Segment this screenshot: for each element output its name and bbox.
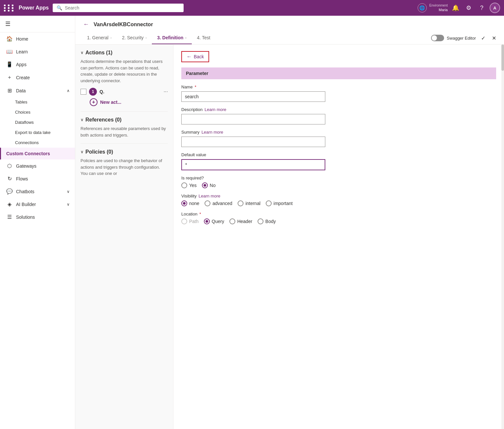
name-input[interactable] — [181, 91, 325, 102]
policies-chevron[interactable]: ∨ — [81, 150, 83, 154]
visibility-label: Visibility Learn more — [181, 194, 496, 198]
actions-title: Actions (1) — [85, 50, 113, 56]
summary-label: Summary Learn more — [181, 130, 496, 135]
avatar[interactable]: A — [490, 3, 500, 13]
visibility-none-label: none — [189, 201, 199, 206]
chatbots-icon: 💬 — [6, 188, 13, 195]
references-chevron[interactable]: ∨ — [81, 118, 83, 122]
visibility-important-radio[interactable] — [266, 200, 272, 206]
policies-section-header: ∨ Policies (0) — [81, 149, 168, 155]
new-action-button[interactable]: + New act... — [90, 98, 168, 106]
sidebar-item-chatbots[interactable]: 💬 Chatbots ∨ — [0, 185, 75, 198]
topbar-right: 🌐 Environment Maria 🔔 ⚙ ? A — [418, 3, 500, 13]
settings-icon[interactable]: ⚙ — [463, 3, 474, 13]
check-button[interactable]: ✓ — [480, 34, 487, 43]
sidebar-sub-tables[interactable]: Tables — [0, 97, 75, 107]
search-input[interactable] — [65, 5, 180, 10]
tab-definition-label: 3. Definition — [157, 35, 183, 40]
visibility-advanced-label: advanced — [212, 201, 232, 206]
sidebar-item-data[interactable]: ⊞ Data ∧ — [0, 84, 75, 97]
ai-builder-icon: ◈ — [6, 201, 13, 207]
name-required-star: * — [195, 84, 196, 89]
content-header: ← VanArsdelKBConnector 1. General › 2. S… — [75, 16, 504, 45]
actions-chevron[interactable]: ∨ — [81, 50, 83, 55]
sidebar-label-flows: Flows — [16, 176, 28, 181]
tab-definition[interactable]: 3. Definition › — [152, 32, 191, 44]
sidebar-item-apps[interactable]: 📱 Apps — [0, 58, 75, 71]
tab-security-label: 2. Security — [122, 35, 144, 40]
create-icon: ＋ — [6, 74, 13, 81]
visibility-internal-option[interactable]: internal — [238, 200, 261, 206]
location-body-radio[interactable] — [258, 218, 263, 224]
sidebar-item-learn[interactable]: 📖 Learn — [0, 45, 75, 58]
app-grid-icon[interactable] — [4, 5, 15, 11]
sidebar-item-solutions[interactable]: ☰ Solutions — [0, 211, 75, 223]
default-value-input[interactable] — [181, 159, 325, 170]
summary-learn-more[interactable]: Learn more — [202, 130, 223, 135]
sidebar-label-data: Data — [16, 88, 26, 93]
topbar: Power Apps 🔍 🌐 Environment Maria 🔔 ⚙ ? A — [0, 0, 504, 16]
required-yes-option[interactable]: Yes — [181, 182, 197, 188]
close-button[interactable]: ✕ — [491, 34, 497, 43]
sidebar-item-home[interactable]: 🏠 Home — [0, 32, 75, 45]
location-header-radio[interactable] — [229, 218, 235, 224]
action-checkbox[interactable] — [81, 89, 86, 95]
required-yes-radio[interactable] — [181, 182, 187, 188]
tab-general[interactable]: 1. General › — [82, 32, 117, 44]
sidebar-item-gateways[interactable]: ⬡ Gateways — [0, 159, 75, 172]
default-value-label: Default value — [181, 152, 496, 157]
summary-input[interactable] — [181, 137, 325, 147]
search-bar[interactable]: 🔍 — [53, 4, 184, 12]
sidebar-toggle[interactable]: ☰ — [0, 16, 75, 32]
visibility-none-option[interactable]: none — [181, 200, 199, 206]
param-header: Parameter — [181, 67, 496, 79]
location-group: Location * Path Query — [181, 212, 496, 224]
tab-security[interactable]: 2. Security › — [117, 32, 152, 44]
apps-icon: 📱 — [6, 61, 13, 67]
sidebar-sub-connections[interactable]: Connections — [0, 138, 75, 148]
visibility-important-label: important — [274, 201, 293, 206]
visibility-learn-more[interactable]: Learn more — [199, 194, 220, 198]
is-required-group: Is required? Yes No — [181, 176, 496, 188]
visibility-internal-radio[interactable] — [238, 200, 243, 206]
sidebar-sub-dataflows[interactable]: Dataflows — [0, 117, 75, 127]
help-icon[interactable]: ? — [477, 3, 487, 13]
left-panel: ∨ Actions (1) Actions determine the oper… — [75, 45, 173, 429]
sidebar-item-flows[interactable]: ↻ Flows — [0, 172, 75, 185]
action-label[interactable]: Q. — [99, 89, 104, 94]
policies-desc: Policies are used to change the behavior… — [81, 158, 168, 177]
notification-icon[interactable]: 🔔 — [450, 3, 461, 13]
visibility-advanced-option[interactable]: advanced — [205, 200, 232, 206]
globe-icon[interactable]: 🌐 — [418, 3, 427, 12]
header-back-button[interactable]: ← — [82, 20, 90, 29]
location-body-option[interactable]: Body — [258, 218, 276, 224]
brand-name: Power Apps — [19, 5, 49, 11]
sidebar-sub-export[interactable]: Export to data lake — [0, 127, 75, 138]
location-path-option[interactable]: Path — [181, 218, 199, 224]
location-query-option[interactable]: Query — [204, 218, 224, 224]
sidebar-item-create[interactable]: ＋ Create — [0, 71, 75, 84]
description-input[interactable] — [181, 114, 325, 124]
required-no-radio[interactable] — [202, 182, 208, 188]
sidebar-item-custom-connectors[interactable]: Custom Connectors — [0, 148, 75, 159]
description-learn-more[interactable]: Learn more — [205, 107, 226, 112]
visibility-radio-group: none advanced internal important — [181, 200, 496, 206]
location-query-radio[interactable] — [204, 218, 210, 224]
location-path-radio[interactable] — [181, 218, 187, 224]
sidebar-item-ai-builder[interactable]: ◈ AI Builder ∨ — [0, 198, 75, 211]
tab-test[interactable]: 4. Test — [192, 32, 216, 44]
scrollbar-thumb[interactable] — [501, 45, 504, 71]
visibility-advanced-radio[interactable] — [205, 200, 210, 206]
required-no-option[interactable]: No — [202, 182, 216, 188]
sidebar-sub-choices[interactable]: Choices — [0, 107, 75, 117]
back-button[interactable]: ← Back — [181, 51, 209, 62]
swagger-toggle[interactable]: Swagger Editor — [431, 35, 476, 41]
action-dots[interactable]: ··· — [164, 89, 168, 95]
divider-2 — [81, 143, 168, 144]
visibility-important-option[interactable]: important — [266, 200, 293, 206]
location-header-option[interactable]: Header — [229, 218, 252, 224]
visibility-none-radio[interactable] — [181, 200, 187, 206]
sidebar-label-custom-connectors: Custom Connectors — [6, 151, 50, 156]
env-label: Environment — [429, 3, 448, 8]
swagger-toggle-switch[interactable] — [431, 35, 444, 41]
